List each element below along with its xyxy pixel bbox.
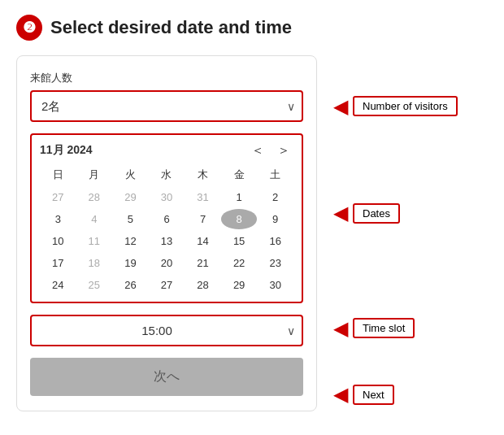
- calendar-next-button[interactable]: ＞: [274, 144, 293, 157]
- dow-thu: 木: [185, 164, 221, 185]
- calendar-section: 11月 2024 ＜ ＞ 日 月 火 水 木 金 土 27: [30, 133, 303, 303]
- calendar-day[interactable]: 2: [257, 187, 293, 207]
- calendar-day[interactable]: 12: [112, 231, 149, 251]
- calendar-day[interactable]: 10: [40, 231, 76, 251]
- annotation-visitors-label: Number of visitors: [353, 96, 458, 116]
- calendar-day[interactable]: 19: [112, 253, 149, 273]
- annotation-arrow-icon: ◀: [333, 97, 348, 116]
- calendar-header: 11月 2024 ＜ ＞: [40, 143, 293, 158]
- calendar-day[interactable]: 29: [221, 275, 258, 295]
- calendar-day[interactable]: 11: [76, 231, 113, 251]
- calendar-day[interactable]: 27: [149, 275, 185, 295]
- annotation-dates-label: Dates: [353, 203, 400, 224]
- dow-sun: 日: [40, 164, 76, 185]
- annotation-dates: ◀ Dates: [333, 203, 458, 224]
- annotation-next-arrow-icon: ◀: [333, 385, 348, 404]
- calendar-day[interactable]: 7: [185, 209, 221, 229]
- calendar-day[interactable]: 21: [185, 253, 221, 273]
- calendar-day[interactable]: 1: [221, 187, 258, 207]
- dow-sat: 土: [257, 164, 293, 185]
- calendar-day[interactable]: 23: [257, 253, 293, 273]
- annotation-time-arrow-icon: ◀: [333, 319, 348, 338]
- dow-fri: 金: [221, 164, 258, 185]
- calendar-day[interactable]: 5: [112, 209, 149, 229]
- annotation-visitors: ◀ Number of visitors: [333, 96, 458, 116]
- annotation-dates-arrow-icon: ◀: [333, 203, 348, 223]
- visitors-select[interactable]: 1名 2名 3名 4名 5名: [30, 90, 303, 122]
- booking-card: 来館人数 1名 2名 3名 4名 5名 ∨ 11月 2024 ＜ ＞: [16, 55, 317, 411]
- calendar-day[interactable]: 30: [149, 187, 185, 207]
- calendar-day[interactable]: 28: [76, 187, 113, 207]
- calendar-day-selected[interactable]: 8: [221, 209, 258, 229]
- calendar-day[interactable]: 29: [112, 187, 149, 207]
- annotation-time-label: Time slot: [353, 318, 415, 338]
- calendar-day[interactable]: 3: [40, 209, 76, 229]
- calendar-day[interactable]: 26: [112, 275, 149, 295]
- next-button[interactable]: 次へ: [30, 358, 303, 396]
- calendar-day[interactable]: 18: [76, 253, 113, 273]
- calendar-day[interactable]: 15: [221, 231, 258, 251]
- calendar-day[interactable]: 17: [40, 253, 76, 273]
- visitors-select-wrapper: 1名 2名 3名 4名 5名 ∨: [30, 90, 303, 122]
- calendar-day[interactable]: 28: [185, 275, 221, 295]
- calendar-grid: 日 月 火 水 木 金 土 27 28 29 30 31 1 2 3: [40, 164, 293, 295]
- annotation-next: ◀ Next: [333, 385, 458, 405]
- calendar-navigation: ＜ ＞: [248, 144, 293, 157]
- annotation-time-slot: ◀ Time slot: [333, 318, 458, 338]
- calendar-day[interactable]: 27: [40, 187, 76, 207]
- calendar-day[interactable]: 30: [257, 275, 293, 295]
- calendar-day[interactable]: 4: [76, 209, 113, 229]
- annotation-next-label: Next: [353, 385, 394, 405]
- time-select-wrapper: 10:00 11:00 12:00 13:00 14:00 15:00 16:0…: [30, 315, 303, 346]
- calendar-day[interactable]: 13: [149, 231, 185, 251]
- calendar-day[interactable]: 25: [76, 275, 113, 295]
- step-badge: ❷: [16, 15, 42, 41]
- dow-mon: 月: [76, 164, 113, 185]
- calendar-day[interactable]: 31: [185, 187, 221, 207]
- time-select[interactable]: 10:00 11:00 12:00 13:00 14:00 15:00 16:0…: [30, 315, 303, 346]
- calendar-month-year: 11月 2024: [40, 143, 93, 158]
- page-title: Select desired date and time: [50, 17, 292, 38]
- calendar-day[interactable]: 14: [185, 231, 221, 251]
- dow-tue: 火: [112, 164, 149, 185]
- calendar-day[interactable]: 16: [257, 231, 293, 251]
- dow-wed: 水: [149, 164, 185, 185]
- calendar-day[interactable]: 9: [257, 209, 293, 229]
- calendar-day[interactable]: 20: [149, 253, 185, 273]
- calendar-day[interactable]: 6: [149, 209, 185, 229]
- page-header: ❷ Select desired date and time: [16, 15, 488, 41]
- calendar-day[interactable]: 24: [40, 275, 76, 295]
- calendar-prev-button[interactable]: ＜: [248, 144, 267, 157]
- visitors-label: 来館人数: [30, 71, 303, 85]
- calendar-day[interactable]: 22: [221, 253, 258, 273]
